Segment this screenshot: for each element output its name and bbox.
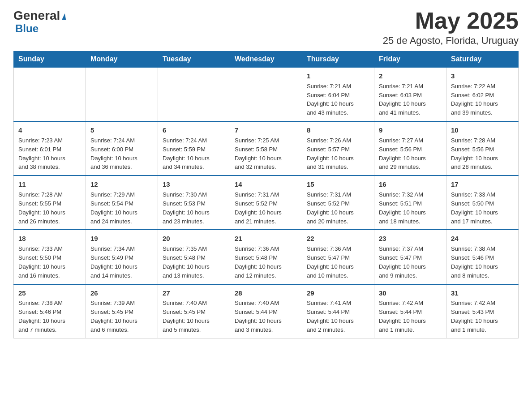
calendar-cell-5-2: 26Sunrise: 7:39 AMSunset: 5:45 PMDayligh…: [86, 284, 158, 338]
calendar-cell-3-5: 15Sunrise: 7:31 AMSunset: 5:52 PMDayligh…: [302, 176, 374, 230]
day-number: 29: [307, 288, 369, 298]
day-info: Sunrise: 7:36 AMSunset: 5:47 PMDaylight:…: [307, 245, 354, 279]
day-number: 16: [379, 180, 442, 189]
day-number: 12: [90, 180, 153, 189]
calendar-cell-5-6: 30Sunrise: 7:42 AMSunset: 5:44 PMDayligh…: [374, 284, 446, 338]
calendar-cell-4-6: 23Sunrise: 7:37 AMSunset: 5:47 PMDayligh…: [374, 230, 446, 284]
calendar-cell-3-2: 12Sunrise: 7:29 AMSunset: 5:54 PMDayligh…: [86, 176, 158, 230]
day-info: Sunrise: 7:21 AMSunset: 6:03 PMDaylight:…: [379, 83, 426, 116]
day-number: 10: [451, 125, 514, 135]
calendar-cell-2-3: 6Sunrise: 7:24 AMSunset: 5:59 PMDaylight…: [158, 121, 230, 176]
day-info: Sunrise: 7:21 AMSunset: 6:04 PMDaylight:…: [307, 83, 354, 116]
subtitle: 25 de Agosto, Florida, Uruguay: [383, 35, 519, 47]
day-number: 8: [307, 125, 369, 135]
col-header-sunday: Sunday: [14, 51, 86, 68]
day-number: 31: [451, 288, 514, 298]
calendar-cell-2-1: 4Sunrise: 7:23 AMSunset: 6:01 PMDaylight…: [14, 121, 86, 176]
day-info: Sunrise: 7:42 AMSunset: 5:43 PMDaylight:…: [451, 300, 498, 333]
calendar-cell-5-3: 27Sunrise: 7:40 AMSunset: 5:45 PMDayligh…: [158, 284, 230, 338]
calendar-cell-1-7: 3Sunrise: 7:22 AMSunset: 6:02 PMDaylight…: [446, 67, 519, 121]
page-header: General Blue May 2025 25 de Agosto, Flor…: [13, 9, 519, 47]
day-number: 27: [163, 288, 225, 298]
day-info: Sunrise: 7:26 AMSunset: 5:57 PMDaylight:…: [307, 137, 354, 171]
calendar-cell-2-6: 9Sunrise: 7:27 AMSunset: 5:56 PMDaylight…: [374, 121, 446, 176]
calendar-cell-1-4: [230, 67, 302, 121]
day-info: Sunrise: 7:42 AMSunset: 5:44 PMDaylight:…: [379, 300, 426, 333]
calendar-cell-4-5: 22Sunrise: 7:36 AMSunset: 5:47 PMDayligh…: [302, 230, 374, 284]
day-info: Sunrise: 7:37 AMSunset: 5:47 PMDaylight:…: [379, 245, 426, 279]
day-number: 9: [379, 125, 442, 135]
col-header-monday: Monday: [86, 51, 158, 68]
day-info: Sunrise: 7:32 AMSunset: 5:51 PMDaylight:…: [379, 191, 426, 225]
day-number: 15: [307, 180, 369, 189]
calendar-cell-1-6: 2Sunrise: 7:21 AMSunset: 6:03 PMDaylight…: [374, 67, 446, 121]
calendar-cell-3-6: 16Sunrise: 7:32 AMSunset: 5:51 PMDayligh…: [374, 176, 446, 230]
calendar-cell-1-5: 1Sunrise: 7:21 AMSunset: 6:04 PMDaylight…: [302, 67, 374, 121]
logo-blue-text: Blue: [15, 23, 65, 34]
day-info: Sunrise: 7:35 AMSunset: 5:48 PMDaylight:…: [163, 245, 210, 279]
day-number: 5: [90, 125, 153, 135]
calendar-cell-5-1: 25Sunrise: 7:38 AMSunset: 5:46 PMDayligh…: [14, 284, 86, 338]
day-number: 21: [235, 234, 297, 244]
calendar-cell-3-7: 17Sunrise: 7:33 AMSunset: 5:50 PMDayligh…: [446, 176, 519, 230]
day-info: Sunrise: 7:29 AMSunset: 5:54 PMDaylight:…: [90, 191, 137, 225]
day-number: 19: [90, 234, 153, 244]
day-info: Sunrise: 7:39 AMSunset: 5:45 PMDaylight:…: [90, 300, 137, 333]
calendar-cell-2-2: 5Sunrise: 7:24 AMSunset: 6:00 PMDaylight…: [86, 121, 158, 176]
day-info: Sunrise: 7:31 AMSunset: 5:52 PMDaylight:…: [235, 191, 282, 225]
day-number: 14: [235, 180, 297, 189]
calendar-cell-5-5: 29Sunrise: 7:41 AMSunset: 5:44 PMDayligh…: [302, 284, 374, 338]
calendar-cell-3-4: 14Sunrise: 7:31 AMSunset: 5:52 PMDayligh…: [230, 176, 302, 230]
day-number: 13: [163, 180, 225, 189]
day-info: Sunrise: 7:27 AMSunset: 5:56 PMDaylight:…: [379, 137, 426, 171]
calendar-cell-4-4: 21Sunrise: 7:36 AMSunset: 5:48 PMDayligh…: [230, 230, 302, 284]
day-number: 6: [163, 125, 225, 135]
day-info: Sunrise: 7:40 AMSunset: 5:44 PMDaylight:…: [235, 300, 282, 333]
day-info: Sunrise: 7:40 AMSunset: 5:45 PMDaylight:…: [163, 300, 210, 333]
calendar-cell-2-7: 10Sunrise: 7:28 AMSunset: 5:56 PMDayligh…: [446, 121, 519, 176]
day-info: Sunrise: 7:41 AMSunset: 5:44 PMDaylight:…: [307, 300, 354, 333]
day-number: 3: [451, 71, 514, 81]
day-number: 11: [18, 180, 81, 189]
day-info: Sunrise: 7:30 AMSunset: 5:53 PMDaylight:…: [163, 191, 210, 225]
calendar-cell-1-1: [14, 67, 86, 121]
col-header-thursday: Thursday: [302, 51, 374, 68]
calendar-cell-4-2: 19Sunrise: 7:34 AMSunset: 5:49 PMDayligh…: [86, 230, 158, 284]
day-info: Sunrise: 7:28 AMSunset: 5:56 PMDaylight:…: [451, 137, 498, 171]
logo-general-text: General: [13, 9, 65, 23]
calendar-table: SundayMondayTuesdayWednesdayThursdayFrid…: [13, 51, 519, 338]
day-number: 17: [451, 180, 514, 189]
col-header-wednesday: Wednesday: [230, 51, 302, 68]
day-number: 28: [235, 288, 297, 298]
title-block: May 2025 25 de Agosto, Florida, Uruguay: [383, 9, 519, 47]
calendar-week-5: 25Sunrise: 7:38 AMSunset: 5:46 PMDayligh…: [14, 284, 519, 338]
day-info: Sunrise: 7:33 AMSunset: 5:50 PMDaylight:…: [18, 245, 65, 279]
day-number: 20: [163, 234, 225, 244]
day-number: 7: [235, 125, 297, 135]
day-info: Sunrise: 7:36 AMSunset: 5:48 PMDaylight:…: [235, 245, 282, 279]
calendar-week-4: 18Sunrise: 7:33 AMSunset: 5:50 PMDayligh…: [14, 230, 519, 284]
calendar-cell-2-4: 7Sunrise: 7:25 AMSunset: 5:58 PMDaylight…: [230, 121, 302, 176]
day-number: 18: [18, 234, 81, 244]
calendar-cell-3-3: 13Sunrise: 7:30 AMSunset: 5:53 PMDayligh…: [158, 176, 230, 230]
col-header-tuesday: Tuesday: [158, 51, 230, 68]
day-number: 23: [379, 234, 442, 244]
day-number: 30: [379, 288, 442, 298]
month-title: May 2025: [383, 9, 519, 32]
day-number: 1: [307, 71, 369, 81]
day-number: 26: [90, 288, 153, 298]
day-info: Sunrise: 7:24 AMSunset: 6:00 PMDaylight:…: [90, 137, 137, 171]
calendar-cell-3-1: 11Sunrise: 7:28 AMSunset: 5:55 PMDayligh…: [14, 176, 86, 230]
day-info: Sunrise: 7:38 AMSunset: 5:46 PMDaylight:…: [18, 300, 65, 333]
day-info: Sunrise: 7:38 AMSunset: 5:46 PMDaylight:…: [451, 245, 498, 279]
calendar-week-1: 1Sunrise: 7:21 AMSunset: 6:04 PMDaylight…: [14, 67, 519, 121]
logo: General Blue: [13, 9, 65, 34]
col-header-friday: Friday: [374, 51, 446, 68]
day-info: Sunrise: 7:34 AMSunset: 5:49 PMDaylight:…: [90, 245, 137, 279]
day-number: 24: [451, 234, 514, 244]
day-number: 4: [18, 125, 81, 135]
calendar-cell-5-4: 28Sunrise: 7:40 AMSunset: 5:44 PMDayligh…: [230, 284, 302, 338]
calendar-cell-4-7: 24Sunrise: 7:38 AMSunset: 5:46 PMDayligh…: [446, 230, 519, 284]
calendar-week-3: 11Sunrise: 7:28 AMSunset: 5:55 PMDayligh…: [14, 176, 519, 230]
calendar-week-2: 4Sunrise: 7:23 AMSunset: 6:01 PMDaylight…: [14, 121, 519, 176]
